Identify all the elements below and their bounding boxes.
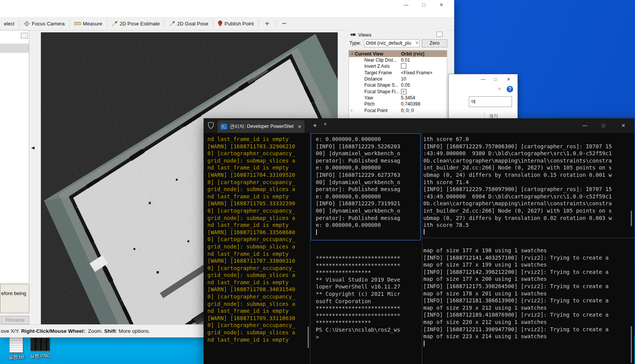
maximize-icon[interactable]: □ [417, 1, 431, 9]
displays-panel-partial [0, 30, 29, 282]
close-icon[interactable]: ✕ [613, 118, 634, 133]
pane-scrollbar[interactable] [631, 326, 632, 363]
terminal-titlebar[interactable]: >_ 관리자: Developer PowerShel ✕ + ˅ — □ ✕ [204, 118, 634, 133]
property-value[interactable]: 0.740398 [400, 101, 447, 107]
goal-pose-arrow-icon [169, 21, 175, 27]
help-icon[interactable]: ? [507, 86, 513, 92]
chevron-down-icon[interactable]: ˅ [498, 87, 501, 92]
views-property-row[interactable]: Yaw5.3454 [349, 95, 447, 101]
panel-undock-button[interactable] [436, 32, 443, 37]
property-value[interactable]: 0; 0; 0 [400, 108, 447, 113]
explorer-dialog: — □ ✕ ˅ ? 색 크기 [448, 74, 518, 119]
expander-icon[interactable]: ˅ [351, 52, 353, 56]
remove-tool-button[interactable]: − [276, 19, 291, 28]
rviz-toolbar: elect Focus Camera Measure [0, 17, 454, 30]
measure-ruler-icon [74, 21, 81, 26]
property-value[interactable]: 5.3454 [400, 95, 447, 101]
property-label: Focal Point [354, 108, 400, 113]
tool-properties-text: efore being [1, 290, 26, 296]
property-value[interactable] [400, 63, 447, 70]
select-tool-button[interactable]: elect [0, 18, 18, 29]
property-value[interactable]: 10 [400, 76, 447, 82]
text-cursor [316, 229, 317, 235]
rename-button[interactable]: Rename [1, 316, 29, 324]
property-label: Target Frame [354, 70, 400, 75]
terminal-pane-dynamixel[interactable]: e: 0.000000,0.000000 [INFO] [1688712229.… [316, 136, 400, 229]
views-property-row[interactable]: Target Frame<Fixed Frame> [349, 70, 447, 76]
view-type-value: Orbit (rviz_default_plu [366, 40, 411, 46]
terminal-pane-powershell-prompt[interactable]: ************************** *************… [316, 255, 400, 341]
maximize-icon[interactable]: □ [490, 76, 500, 83]
toolbar-separator [275, 19, 276, 28]
property-value[interactable]: ✓ [400, 89, 447, 94]
focus-camera-button[interactable]: Focus Camera [20, 18, 68, 29]
property-label: Focal Shape Fi... [354, 89, 400, 94]
views-type-row: Type: Orbit (rviz_default_plu ˅ Zero [349, 39, 446, 48]
minimize-icon[interactable]: — [399, 1, 413, 9]
close-icon[interactable]: ✕ [435, 1, 448, 9]
minimize-icon[interactable]: — [478, 76, 488, 83]
maximize-icon[interactable]: □ [594, 118, 613, 133]
pane-divider[interactable] [310, 133, 310, 364]
goal-pose-button[interactable]: 2D Goal Pose [165, 18, 212, 29]
property-value[interactable]: 0.05 [400, 82, 447, 88]
property-label: Invert Z Axis [354, 64, 400, 69]
rviz-titlebar[interactable]: — □ ✕ [0, 0, 454, 17]
measure-button[interactable]: Measure [71, 18, 106, 29]
views-property-row[interactable]: Distance10 [349, 76, 447, 82]
views-property-row[interactable]: Focal Shape Fi...✓ [349, 88, 447, 94]
desktop-icon-txt[interactable]: 실행.txt [4, 336, 29, 361]
toolbar-separator [107, 19, 107, 28]
publish-point-button[interactable]: Publish Point [214, 18, 258, 29]
add-tool-button[interactable]: + [259, 19, 275, 28]
zero-button[interactable]: Zero [422, 39, 447, 47]
views-table-header[interactable]: ˅ Current View Orbit (rviz) [349, 50, 447, 57]
views-property-row[interactable]: Focal Shape S...0.05 [349, 82, 447, 88]
property-label: Pitch [354, 101, 400, 107]
views-property-row[interactable]: Near Clip Dist...0.01 [349, 57, 447, 63]
panel-row[interactable] [0, 44, 29, 53]
image-file-icon [30, 338, 50, 351]
status-text: : More options. [116, 328, 150, 334]
panel-header-box[interactable] [21, 33, 28, 39]
terminal-window: >_ 관리자: Developer PowerShel ✕ + ˅ — □ ✕ … [204, 118, 634, 364]
desktop-icon-png[interactable]: 실행.PNG [28, 336, 52, 359]
views-property-row[interactable]: Pitch0.740398 [349, 101, 447, 107]
terminal-pane-cartographer-warn[interactable]: nd last_frame_id is empty [WARN] [168871… [207, 136, 295, 343]
type-label: Type: [349, 40, 361, 46]
select-tool-label: elect [4, 21, 14, 27]
desktop-icon-label: 실행.txt [4, 354, 29, 361]
desktop: 실행.txt 실행.PNG — □ ✕ elect Focus Camera [0, 0, 635, 364]
toolbar-separator [69, 19, 70, 28]
property-label: Near Clip Dist... [354, 57, 400, 63]
pane-divider[interactable] [422, 238, 634, 238]
pane-scrollbar[interactable] [631, 211, 632, 226]
terminal-tab[interactable]: >_ 관리자: Developer PowerShel ✕ [217, 120, 305, 133]
expander-icon[interactable]: > [349, 109, 354, 112]
checkbox-icon[interactable]: ✓ [401, 89, 406, 94]
property-value[interactable]: <Fixed Frame> [400, 70, 447, 75]
new-tab-button[interactable]: + [309, 121, 321, 131]
property-label: Yaw [354, 95, 400, 101]
minimize-icon[interactable]: — [576, 118, 594, 133]
collapse-panel-icon[interactable]: ◀ [31, 145, 34, 150]
terminal-pane-cartographer-ros[interactable]: ith score 67.0 [INFO] [1688712229.757806… [423, 136, 612, 229]
tab-dropdown-icon[interactable]: ˅ [324, 122, 327, 127]
tab-close-icon[interactable]: ✕ [298, 124, 301, 129]
checkbox-icon[interactable] [401, 63, 406, 69]
pane-divider[interactable] [422, 133, 422, 364]
property-value[interactable]: 0.01 [400, 57, 447, 63]
pane-scrollbar[interactable] [308, 327, 309, 348]
terminal-pane-rviz2[interactable]: map of size 177 x 198 using 1 swatches [… [423, 247, 608, 340]
view-type-dropdown[interactable]: Orbit (rviz_default_plu ˅ [364, 39, 419, 47]
pose-estimate-arrow-icon [112, 21, 118, 27]
toolbar-separator [164, 19, 165, 28]
search-input[interactable]: 색 [469, 96, 512, 107]
terminal-tab-title: 관리자: Developer PowerShel [230, 123, 295, 130]
pose-estimate-button[interactable]: 2D Pose Estimate [108, 18, 163, 29]
goal-pose-label: 2D Goal Pose [177, 21, 208, 27]
views-panel-titlebar[interactable]: Views [348, 31, 448, 39]
close-icon[interactable]: ✕ [504, 76, 514, 83]
views-property-row[interactable]: >Focal Point0; 0; 0 [349, 107, 447, 113]
views-property-row[interactable]: Invert Z Axis [349, 63, 447, 69]
